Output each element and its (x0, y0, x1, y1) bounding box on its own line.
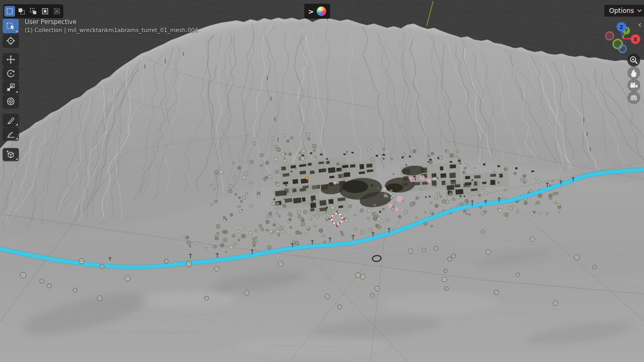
measure-icon (6, 129, 16, 139)
select-intersect-icon (53, 7, 61, 16)
select-mode-bar (3, 4, 63, 18)
cursor-tool-icon (6, 36, 16, 46)
axis-neg-z-ball[interactable] (619, 45, 626, 53)
selected-object-origin (305, 176, 308, 179)
tool-cursor[interactable] (3, 34, 19, 47)
tool-add-cube[interactable] (3, 148, 19, 161)
select-subtract-icon (29, 7, 38, 16)
magnifier-plus-icon (628, 55, 639, 65)
axis-x-label: X (634, 37, 638, 42)
tool-select-box[interactable] (3, 19, 19, 33)
scale-icon (6, 83, 16, 92)
tool-measure[interactable] (3, 128, 19, 141)
select-mode-intersect-button[interactable] (52, 6, 62, 17)
hand-icon (628, 68, 639, 78)
transform-icon (6, 97, 16, 106)
options-label: Options (609, 7, 634, 14)
axis-z-label: Z (620, 25, 624, 30)
perspective-grid-icon (628, 92, 639, 103)
toggle-projection-button[interactable] (627, 91, 640, 104)
tool-scale[interactable] (3, 81, 19, 94)
rotate-icon (6, 69, 16, 78)
camera-icon (628, 80, 639, 91)
select-extend-icon (17, 7, 26, 16)
select-box-icon (6, 21, 16, 31)
camera-view-button[interactable] (627, 79, 640, 92)
tool-move[interactable] (3, 53, 19, 66)
collapsed-header[interactable]: > (304, 4, 330, 19)
tool-transform[interactable] (3, 95, 19, 108)
expand-header-arrow[interactable]: > (308, 8, 314, 15)
tool-annotate[interactable] (3, 114, 19, 127)
select-mode-subtract-button[interactable] (28, 6, 39, 17)
annotate-pen-icon (6, 115, 16, 125)
select-mode-invert-button[interactable] (40, 6, 50, 17)
options-button[interactable]: Options (604, 5, 644, 17)
move-icon (6, 55, 16, 64)
pan-button[interactable] (627, 67, 640, 79)
select-invert-icon (41, 7, 49, 16)
material-preview-sphere-icon (317, 6, 326, 16)
select-mode-new-button[interactable] (4, 6, 15, 17)
select-mode-extend-button[interactable] (16, 6, 27, 17)
select-new-icon (5, 7, 14, 16)
chevron-down-icon (637, 9, 642, 12)
tool-rotate[interactable] (3, 67, 19, 80)
blender-window: User Perspective (1) Collection | mil_wr… (0, 0, 644, 362)
viewport-canvas[interactable] (0, 0, 644, 362)
zoom-button[interactable] (627, 54, 640, 67)
axis-neg-x-ball[interactable] (606, 32, 614, 40)
toolbar (3, 19, 20, 161)
add-cube-icon (6, 150, 16, 159)
